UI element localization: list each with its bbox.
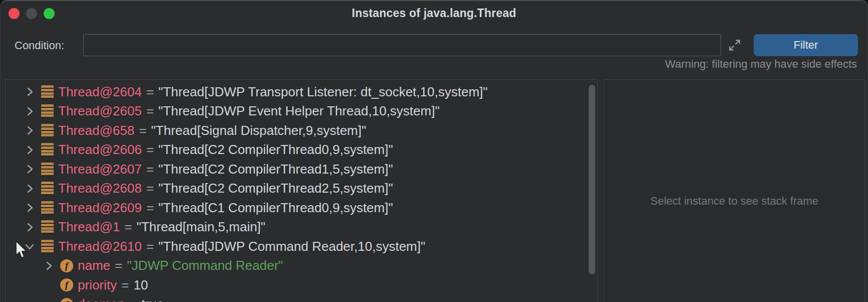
equals-sign: = <box>121 277 129 293</box>
filter-button[interactable]: Filter <box>754 34 858 56</box>
field-icon: f <box>60 278 73 291</box>
equals-sign: = <box>129 296 137 302</box>
chevron-right-icon[interactable] <box>23 105 36 118</box>
field-icon: f <box>60 259 73 272</box>
chevron-right-icon[interactable] <box>23 143 36 157</box>
field-name: daemon <box>78 296 125 302</box>
tree-row-expanded[interactable]: Thread@2610 = "Thread[JDWP Command Reade… <box>6 237 588 256</box>
instance-name: Thread@2606 <box>58 142 142 158</box>
instance-name: Thread@1 <box>58 219 120 235</box>
instance-value: "Thread[C2 CompilerThread1,5,system]" <box>158 162 393 177</box>
instance-name: Thread@2605 <box>58 103 142 119</box>
window-title: Instances of java.lang.Thread <box>1 7 867 20</box>
tree-row[interactable]: Thread@2606 = "Thread[C2 CompilerThread0… <box>6 140 588 160</box>
field-icon: f <box>60 298 73 302</box>
chevron-right-icon[interactable] <box>23 85 36 98</box>
chevron-down-icon[interactable] <box>23 240 36 253</box>
instance-name: Thread@2604 <box>58 84 142 100</box>
tree-row[interactable]: Thread@2608 = "Thread[C2 CompilerThread2… <box>6 179 588 199</box>
instance-value: "Thread[JDWP Transport Listener: dt_sock… <box>158 84 488 100</box>
instance-value: "Thread[C1 CompilerThread0,9,system]" <box>158 200 393 216</box>
equals-sign: = <box>124 219 132 235</box>
chevron-right-icon[interactable] <box>23 182 36 195</box>
instance-value: "Thread[JDWP Event Helper Thread,10,syst… <box>158 103 440 119</box>
tree-row-field[interactable]: f priority = 10 <box>6 275 588 295</box>
instance-name: Thread@2610 <box>58 239 142 254</box>
thread-icon <box>41 220 54 234</box>
instance-name: Thread@2609 <box>58 200 142 216</box>
field-name: name <box>78 258 110 273</box>
equals-sign: = <box>146 181 154 196</box>
chevron-right-icon[interactable] <box>23 163 36 176</box>
thread-icon <box>41 240 54 253</box>
tree-row-field[interactable]: f daemon = true <box>6 295 588 302</box>
tree-row[interactable]: Thread@658 = "Thread[Signal Dispatcher,9… <box>6 121 588 140</box>
instance-name: Thread@658 <box>58 123 134 138</box>
equals-sign: = <box>115 258 122 273</box>
tree-row[interactable]: Thread@2605 = "Thread[JDWP Event Helper … <box>6 102 588 121</box>
equals-sign: = <box>146 200 154 216</box>
instances-tree: Thread@2604 = "Thread[JDWP Transport Lis… <box>6 80 588 302</box>
equals-sign: = <box>146 84 154 100</box>
instance-value: "Thread[main,5,main]" <box>136 219 265 235</box>
condition-label: Condition: <box>15 39 64 52</box>
instance-name: Thread@2608 <box>58 181 142 196</box>
instance-value: "Thread[C2 CompilerThread0,9,system]" <box>158 142 393 158</box>
thread-icon <box>41 163 54 176</box>
thread-icon <box>41 201 54 215</box>
thread-icon <box>41 182 54 195</box>
equals-sign: = <box>146 162 154 177</box>
thread-icon <box>41 104 54 118</box>
field-value: 10 <box>133 277 148 293</box>
field-value: true <box>141 296 164 302</box>
tree-row[interactable]: Thread@2607 = "Thread[C2 CompilerThread1… <box>6 160 588 179</box>
instance-name: Thread@2607 <box>58 162 142 177</box>
chevron-right-icon[interactable] <box>23 124 36 137</box>
field-value: "JDWP Command Reader" <box>127 258 283 273</box>
tree-row[interactable]: Thread@1 = "Thread[main,5,main]" <box>6 218 588 237</box>
instances-tree-panel: Thread@2604 = "Thread[JDWP Transport Lis… <box>5 79 598 302</box>
chevron-right-icon[interactable] <box>42 259 55 272</box>
condition-input[interactable] <box>83 34 721 56</box>
chevron-right-icon[interactable] <box>23 201 36 214</box>
chevron-right-icon[interactable] <box>23 221 36 234</box>
tree-row[interactable]: Thread@2604 = "Thread[JDWP Transport Lis… <box>6 82 588 102</box>
filter-warning: Warning: filtering may have side effects <box>665 58 857 71</box>
stack-frame-placeholder: Select instance to see stack frame <box>650 195 818 208</box>
instance-value: "Thread[JDWP Command Reader,10,system]" <box>158 239 425 254</box>
thread-icon <box>41 143 54 157</box>
thread-icon <box>41 85 54 99</box>
scrollbar-thumb[interactable] <box>589 85 595 274</box>
field-name: priority <box>78 277 117 293</box>
instances-dialog: Instances of java.lang.Thread Condition:… <box>0 0 868 302</box>
equals-sign: = <box>139 123 146 138</box>
stack-frame-panel: Select instance to see stack frame <box>604 79 865 302</box>
tree-row[interactable]: Thread@2609 = "Thread[C1 CompilerThread0… <box>6 198 588 218</box>
instance-value: "Thread[Signal Dispatcher,9,system]" <box>151 123 366 138</box>
equals-sign: = <box>146 103 154 119</box>
thread-icon <box>41 124 54 137</box>
titlebar: Instances of java.lang.Thread <box>1 1 867 26</box>
instance-value: "Thread[C2 CompilerThread2,5,system]" <box>158 181 393 196</box>
tree-row-field[interactable]: f name = "JDWP Command Reader" <box>6 256 588 276</box>
equals-sign: = <box>146 142 154 158</box>
expand-editor-icon[interactable] <box>728 38 742 52</box>
equals-sign: = <box>146 239 154 254</box>
